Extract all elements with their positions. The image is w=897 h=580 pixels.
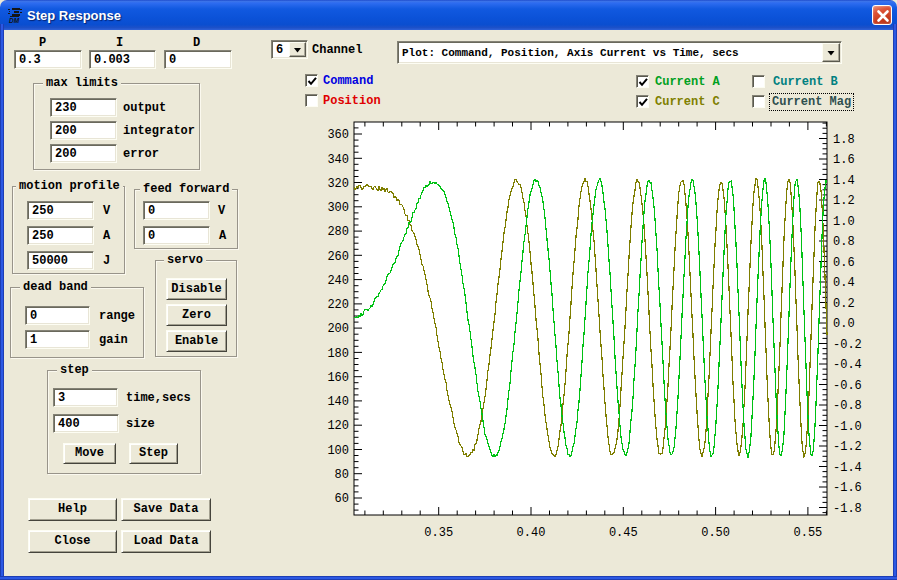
svg-text:-1.0: -1.0 [833,420,862,434]
svg-text:-1.8: -1.8 [833,502,862,516]
svg-text:DM: DM [9,17,20,24]
svg-text:240: 240 [327,274,349,288]
svg-text:200: 200 [327,322,349,336]
svg-text:80: 80 [335,468,349,482]
svg-text:-0.4: -0.4 [833,358,862,372]
svg-text:0.50: 0.50 [701,526,730,540]
svg-text:0.6: 0.6 [833,256,855,270]
svg-text:0.8: 0.8 [833,235,855,249]
svg-text:-1.6: -1.6 [833,481,862,495]
svg-text:-0.2: -0.2 [833,338,862,352]
svg-text:180: 180 [327,347,349,361]
svg-text:320: 320 [327,177,349,191]
svg-text:300: 300 [327,201,349,215]
svg-text:280: 280 [327,225,349,239]
svg-text:60: 60 [335,492,349,506]
svg-text:340: 340 [327,153,349,167]
svg-text:-0.6: -0.6 [833,379,862,393]
svg-text:260: 260 [327,250,349,264]
svg-text:0.35: 0.35 [424,526,453,540]
svg-text:1.4: 1.4 [833,174,855,188]
svg-text:-1.4: -1.4 [833,461,862,475]
svg-text:120: 120 [327,419,349,433]
svg-text:1.8: 1.8 [833,133,855,147]
svg-text:-0.8: -0.8 [833,399,862,413]
svg-text:140: 140 [327,395,349,409]
svg-text:0.0: 0.0 [833,317,855,331]
svg-text:0.55: 0.55 [793,526,822,540]
svg-text:1.2: 1.2 [833,194,855,208]
svg-text:1.6: 1.6 [833,153,855,167]
svg-text:160: 160 [327,371,349,385]
svg-text:0.4: 0.4 [833,276,855,290]
svg-text:100: 100 [327,444,349,458]
svg-text:-1.2: -1.2 [833,440,862,454]
svg-text:1.0: 1.0 [833,215,855,229]
svg-text:0.40: 0.40 [517,526,546,540]
svg-text:360: 360 [327,128,349,142]
svg-text:0.2: 0.2 [833,297,855,311]
svg-text:0.45: 0.45 [609,526,638,540]
svg-text:220: 220 [327,298,349,312]
